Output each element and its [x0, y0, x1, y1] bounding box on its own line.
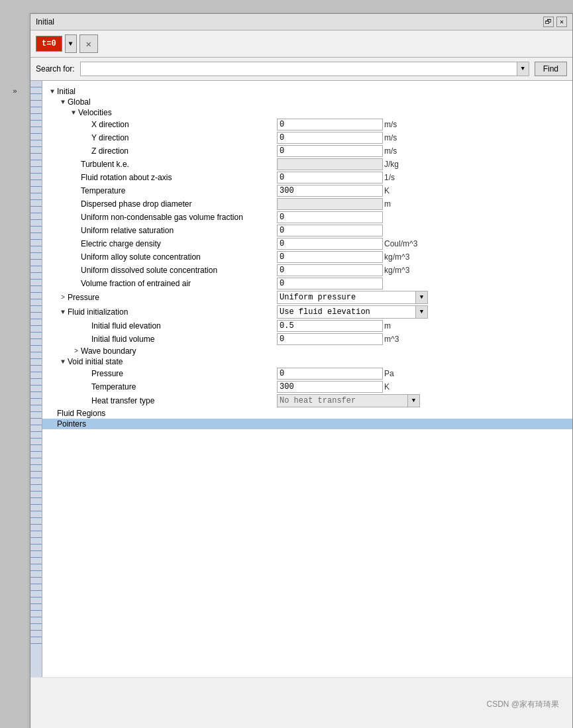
uniform-alloy-input[interactable]: [277, 251, 383, 263]
initial-label: Initial: [57, 87, 256, 96]
toolbar-close-button[interactable]: ✕: [79, 34, 98, 53]
volume-fraction-row[interactable]: Volume fraction of entrained air: [42, 277, 572, 290]
x-direction-row[interactable]: X direction m/s: [42, 118, 572, 131]
void-pressure-input[interactable]: [277, 368, 383, 380]
uniform-non-cond-input[interactable]: [277, 211, 383, 223]
uniform-rel-sat-value-cell: [277, 225, 383, 236]
void-initial-row[interactable]: ▼ Void initial state: [42, 356, 572, 367]
void-initial-expand[interactable]: ▼: [58, 358, 68, 366]
pressure-expand[interactable]: >: [58, 294, 68, 301]
ruler-tick: [30, 154, 42, 160]
pressure-dropdown-wrapper: Uniform pressure ▼: [277, 291, 428, 304]
minimize-button[interactable]: 🗗: [543, 17, 554, 27]
x-direction-unit: m/s: [384, 120, 424, 129]
fluid-rotation-label: Fluid rotation about z-axis: [81, 173, 277, 182]
fluid-regions-label: Fluid Regions: [57, 409, 256, 418]
y-direction-expand: [82, 134, 91, 142]
initial-row[interactable]: ▼ Initial: [42, 86, 572, 97]
search-dropdown-arrow[interactable]: ▼: [517, 62, 529, 76]
global-expand[interactable]: ▼: [58, 99, 68, 106]
x-direction-input[interactable]: [277, 119, 383, 130]
search-input[interactable]: [80, 62, 517, 76]
ruler-tick: [30, 121, 42, 127]
fluid-rotation-row[interactable]: Fluid rotation about z-axis 1/s: [42, 171, 572, 184]
heat-transfer-dropdown[interactable]: No heat transfer: [277, 394, 408, 407]
dispersed-phase-row[interactable]: Dispersed phase drop diameter m: [42, 197, 572, 211]
ruler-tick: [30, 187, 42, 193]
fluid-regions-row[interactable]: Fluid Regions: [42, 408, 572, 419]
initial-fluid-elev-row[interactable]: Initial fluid elevation m: [42, 319, 572, 333]
electric-charge-label: Electric charge density: [81, 239, 277, 248]
initial-fluid-elev-input[interactable]: [277, 320, 383, 332]
pressure-dropdown[interactable]: Uniform pressure: [277, 291, 416, 304]
fluid-init-dropdown-arrow[interactable]: ▼: [416, 305, 428, 319]
fluid-rotation-input[interactable]: [277, 172, 383, 183]
ruler-tick: [30, 617, 42, 624]
ruler-tick: [30, 558, 42, 564]
volume-fraction-input[interactable]: [277, 278, 383, 289]
search-label: Search for:: [36, 64, 75, 74]
ruler-tick: [30, 624, 42, 631]
uniform-non-cond-label: Uniform non-condensable gas volume fract…: [81, 213, 277, 222]
teo-dropdown-button[interactable]: ▼: [65, 34, 77, 53]
uniform-non-cond-expand: [72, 214, 81, 221]
fluid-init-dropdown[interactable]: Use fluid elevation: [277, 305, 416, 319]
heat-transfer-dropdown-arrow[interactable]: ▼: [408, 394, 420, 407]
fluid-init-expand[interactable]: ▼: [58, 309, 68, 316]
wave-boundary-row[interactable]: > Wave boundary: [42, 346, 572, 356]
ruler-tick: [30, 140, 42, 147]
turbulent-ke-value-cell: J/kg: [277, 158, 424, 170]
fluid-init-row[interactable]: ▼ Fluid initialization Use fluid elevati…: [42, 305, 572, 319]
ruler-tick: [30, 114, 42, 121]
ruler-tick: [30, 160, 42, 167]
y-direction-input[interactable]: [277, 132, 383, 144]
pointers-row[interactable]: Pointers: [42, 419, 572, 429]
void-temperature-row[interactable]: Temperature K: [42, 380, 572, 393]
close-button[interactable]: ✕: [556, 17, 567, 27]
void-pressure-row[interactable]: Pressure Pa: [42, 367, 572, 380]
ruler-tick: [30, 167, 42, 174]
ruler-tick: [30, 87, 42, 94]
z-direction-input[interactable]: [277, 145, 383, 157]
find-button[interactable]: Find: [535, 62, 567, 76]
y-direction-row[interactable]: Y direction m/s: [42, 131, 572, 144]
ruler-tick: [30, 518, 42, 525]
uniform-dissolved-input[interactable]: [277, 264, 383, 276]
pressure-dropdown-arrow[interactable]: ▼: [416, 291, 428, 304]
velocities-row[interactable]: ▼ Velocities: [42, 107, 572, 118]
wave-boundary-expand[interactable]: >: [72, 348, 81, 355]
teo-button[interactable]: t=0: [36, 36, 62, 52]
uniform-dissolved-row[interactable]: Uniform dissolved solute concentration k…: [42, 264, 572, 277]
void-temperature-input[interactable]: [277, 381, 383, 393]
ruler-tick: [30, 631, 42, 637]
turbulent-ke-input[interactable]: [277, 158, 383, 170]
dispersed-phase-input[interactable]: [277, 198, 383, 210]
pressure-collapsed-row[interactable]: > Pressure Uniform pressure ▼: [42, 290, 572, 305]
initial-expand[interactable]: ▼: [48, 88, 57, 95]
ruler-tick: [30, 525, 42, 531]
z-direction-row[interactable]: Z direction m/s: [42, 144, 572, 158]
ruler-tick: [30, 485, 42, 492]
temperature-input[interactable]: [277, 185, 383, 197]
heat-transfer-row[interactable]: Heat transfer type No heat transfer ▼: [42, 393, 572, 408]
electric-charge-row[interactable]: Electric charge density Coul/m^3: [42, 237, 572, 250]
initial-fluid-elev-value-cell: m: [277, 320, 424, 332]
velocities-expand[interactable]: ▼: [69, 109, 78, 117]
uniform-alloy-row[interactable]: Uniform alloy solute concentration kg/m^…: [42, 250, 572, 264]
fluid-regions-expand: [48, 410, 57, 417]
electric-charge-input[interactable]: [277, 238, 383, 250]
ruler-tick: [30, 213, 42, 220]
initial-fluid-vol-input[interactable]: [277, 333, 383, 345]
ruler-tick: [30, 253, 42, 260]
global-row[interactable]: ▼ Global: [42, 97, 572, 107]
uniform-rel-sat-input[interactable]: [277, 225, 383, 236]
uniform-non-cond-row[interactable]: Uniform non-condensable gas volume fract…: [42, 211, 572, 224]
initial-fluid-vol-row[interactable]: Initial fluid volume m^3: [42, 333, 572, 346]
x-direction-label: X direction: [91, 120, 277, 129]
temperature-row[interactable]: Temperature K: [42, 184, 572, 197]
uniform-rel-sat-row[interactable]: Uniform relative saturation: [42, 224, 572, 237]
turbulent-ke-row[interactable]: Turbulent k.e. J/kg: [42, 158, 572, 171]
collapse-arrow[interactable]: »: [11, 86, 19, 97]
uniform-alloy-expand: [72, 254, 81, 261]
pointers-label: Pointers: [57, 419, 256, 429]
